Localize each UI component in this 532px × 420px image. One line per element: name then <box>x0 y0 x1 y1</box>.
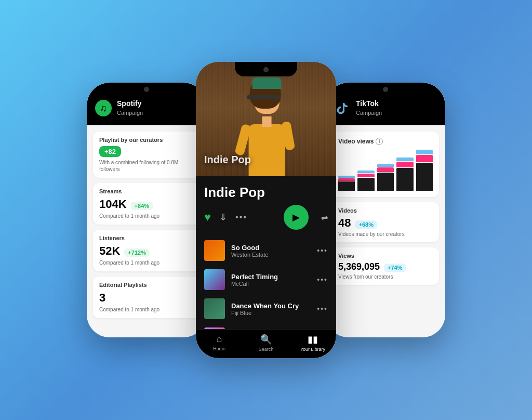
track-item-4[interactable]: Cowboy Kid Bloom ••• <box>196 323 336 329</box>
views-percent: +74% <box>384 264 406 272</box>
videos-label: Videos <box>338 207 433 214</box>
track-info-1: So Good Weston Estate <box>231 244 311 258</box>
streams-sub: Compared to 1 month ago <box>99 213 194 219</box>
videos-row: 48 +68% <box>338 216 433 230</box>
track-thumb-3 <box>204 298 225 319</box>
track-name-3: Dance When You Cry <box>231 302 311 310</box>
heart-icon[interactable]: ♥ <box>204 211 211 224</box>
bar-group-3 <box>377 164 394 191</box>
track-item-2[interactable]: Perfect Timing McCall ••• <box>196 265 336 294</box>
camera-right <box>383 87 388 92</box>
tiktok-content: Video views i <box>326 125 445 337</box>
listeners-sub: Compared to 1 month ago <box>99 259 194 266</box>
phones-container: ♫ Spotify Campaign Playlist by our curat… <box>87 62 445 358</box>
nav-home-label: Home <box>213 346 225 351</box>
playlist-sub: With a combined following of 0.8M follow… <box>99 159 194 173</box>
download-icon[interactable]: ⇓ <box>219 212 227 223</box>
track-more-2[interactable]: ••• <box>317 275 328 284</box>
bar-black-5 <box>416 163 433 191</box>
bar-group-5 <box>416 150 433 191</box>
girl-sweater <box>249 124 285 176</box>
notch-right <box>360 83 411 95</box>
spotify-content: Playlist by our curators +82 With a comb… <box>87 125 206 337</box>
more-icon[interactable]: ••• <box>235 213 247 222</box>
nav-home[interactable]: ⌂ Home <box>196 334 243 352</box>
bar-black-1 <box>338 181 355 191</box>
album-art-label: Indie Pop <box>204 154 251 166</box>
shuffle-icon[interactable]: ⇌ <box>321 213 328 222</box>
track-info-2: Perfect Timing McCall <box>231 273 311 287</box>
camera-center <box>263 67 269 72</box>
track-list: So Good Weston Estate ••• Perfect Timing… <box>196 236 336 329</box>
track-name-1: So Good <box>231 244 311 252</box>
library-icon: ▮▮ <box>308 334 318 345</box>
track-more-3[interactable]: ••• <box>317 305 328 313</box>
track-artist-1: Weston Estate <box>231 252 311 258</box>
views-sub: Views from our creators <box>338 274 433 280</box>
videos-value: 48 <box>338 216 351 230</box>
track-thumb-1 <box>204 240 225 261</box>
track-artist-3: Fiji Blue <box>231 310 311 316</box>
bar-stack-5 <box>416 150 433 191</box>
track-item[interactable]: So Good Weston Estate ••• <box>196 236 336 265</box>
listeners-label: Listeners <box>99 235 194 241</box>
streams-card: Streams 104K +84% Compared to 1 month ag… <box>93 183 200 225</box>
bar-black-2 <box>357 178 374 191</box>
editorial-card: Editorial Playlists 3 Compared to 1 mont… <box>93 277 200 318</box>
views-value: 5,369,095 <box>338 261 380 272</box>
search-icon: 🔍 <box>260 334 272 345</box>
girl-neck <box>262 116 272 127</box>
girl-headphones-band <box>247 95 281 99</box>
bar-pink-1 <box>338 178 355 181</box>
bar-pink-4 <box>396 162 413 167</box>
playlist-controls: ♥ ⇓ ••• ▶ ⇌ <box>196 205 336 236</box>
track-name-2: Perfect Timing <box>231 273 311 281</box>
girl-figure <box>246 93 288 176</box>
playlist-label: Playlist by our curators <box>99 137 194 143</box>
bar-stack-4 <box>396 158 413 191</box>
track-artist-2: McCall <box>231 281 311 287</box>
bar-pink-2 <box>357 174 374 177</box>
editorial-label: Editorial Playlists <box>99 282 194 288</box>
views-row: 5,369,095 +74% <box>338 261 433 272</box>
track-info-3: Dance When You Cry Fiji Blue <box>231 302 311 316</box>
bar-pink-5 <box>416 155 433 162</box>
tiktok-screen: TikTok Campaign Video views i <box>326 83 445 337</box>
streams-label: Streams <box>99 188 194 194</box>
chart-title: Video views i <box>338 138 433 145</box>
play-button[interactable]: ▶ <box>284 205 309 230</box>
album-art: Indie Pop <box>196 62 336 176</box>
videos-sub: Videos made by our creators <box>338 231 433 237</box>
views-label: Views <box>338 253 433 259</box>
notch-left <box>121 83 172 95</box>
nav-library[interactable]: ▮▮ Your Library <box>289 334 336 352</box>
listeners-card: Listeners 52K +712% Compared to 1 month … <box>93 230 200 271</box>
spotify-subtitle: Campaign <box>117 110 143 116</box>
tiktok-title: TikTok <box>356 99 382 108</box>
nav-search[interactable]: 🔍 Search <box>243 334 289 352</box>
track-more-1[interactable]: ••• <box>317 246 328 255</box>
playlist-card: Playlist by our curators +82 With a comb… <box>93 132 200 178</box>
track-thumb-2 <box>204 269 225 290</box>
editorial-value: 3 <box>99 291 105 305</box>
nav-search-label: Search <box>259 347 274 352</box>
bottom-nav: ⌂ Home 🔍 Search ▮▮ Your Library <box>196 329 336 358</box>
playlist-badge: +82 <box>99 146 121 157</box>
streams-percent: +84% <box>131 202 153 210</box>
listeners-value-row: 52K +712% <box>99 244 194 258</box>
bar-cyan-2 <box>357 170 374 173</box>
home-icon: ⌂ <box>217 334 222 345</box>
tiktok-title-group: TikTok Campaign <box>356 99 382 117</box>
bar-cyan-4 <box>396 158 413 161</box>
listeners-percent: +712% <box>124 248 150 257</box>
spotify-title: Spotify <box>117 99 143 108</box>
editorial-value-row: 3 <box>99 291 194 305</box>
editorial-sub: Compared to 1 month ago <box>99 306 194 313</box>
track-item-3[interactable]: Dance When You Cry Fiji Blue ••• <box>196 294 336 323</box>
chart-card: Video views i <box>332 132 439 197</box>
bar-group-2 <box>357 170 374 191</box>
spotify-phone: ♫ Spotify Campaign Playlist by our curat… <box>87 83 206 337</box>
spotify-logo-icon: ♫ <box>95 100 112 116</box>
center-screen: Indie Pop Indie Pop ♥ ⇓ ••• ▶ ⇌ So Good … <box>196 62 336 358</box>
tiktok-subtitle: Campaign <box>356 110 382 116</box>
